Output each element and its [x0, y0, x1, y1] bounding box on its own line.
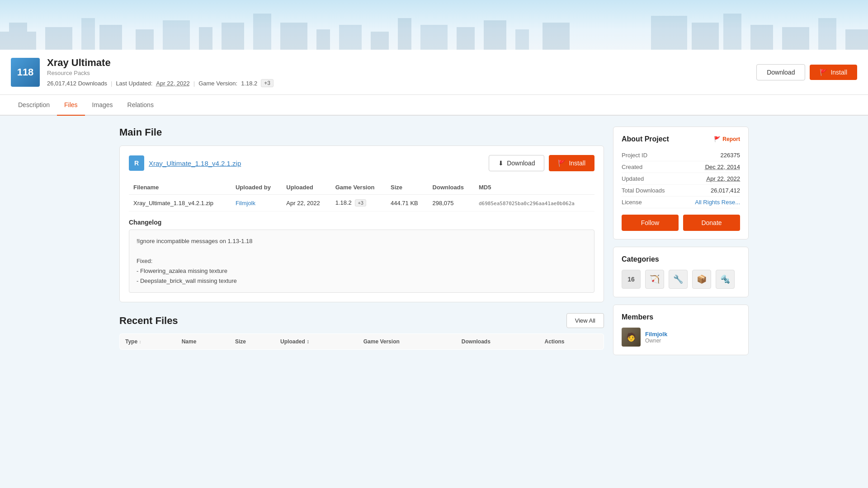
header-actions: Download 🚩 Install [756, 64, 857, 80]
license-link[interactable]: All Rights Rese... [695, 199, 740, 206]
recent-col-size: Size [230, 334, 275, 350]
report-link[interactable]: 🚩 Report [714, 136, 740, 142]
col-filename: Filename [129, 180, 231, 195]
svg-rect-16 [457, 27, 475, 50]
svg-rect-2 [45, 27, 72, 50]
categories-panel: Categories 16 🏹 🔧 📦 🔩 [613, 247, 749, 297]
svg-rect-11 [316, 29, 330, 50]
svg-rect-7 [199, 27, 212, 50]
member-role: Owner [645, 338, 667, 344]
svg-rect-5 [136, 29, 154, 50]
member-row: 🧑 Filmjolk Owner [622, 328, 740, 347]
svg-rect-24 [782, 27, 809, 50]
col-uploaded: Uploaded [282, 180, 330, 195]
tab-description[interactable]: Description [11, 95, 57, 116]
svg-rect-20 [651, 16, 687, 50]
tab-files[interactable]: Files [57, 95, 85, 116]
recent-col-uploaded: Uploaded ↕ [275, 334, 358, 350]
file-table-row: Xray_Ultimate_1.18_v4.2.1.zip Filmjolk A… [129, 195, 594, 211]
changelog-text: !Ignore incompatible messages on 1.13-1.… [137, 238, 253, 284]
svg-rect-10 [280, 23, 307, 50]
project-logo: 118 [11, 58, 40, 87]
recent-files-header: Recent Files View All [119, 313, 604, 328]
content-left: Main File R Xray_Ultimate_1.18_v4.2.1.zi… [119, 127, 604, 355]
recent-col-type: Type ↕ [120, 334, 176, 350]
flag-report-icon: 🚩 [714, 136, 721, 142]
category-item-utility[interactable]: 🔧 [669, 270, 688, 289]
game-version-label: Game Version: [198, 80, 237, 87]
header-install-button[interactable]: 🚩 Install [810, 65, 857, 80]
download-count: 26,017,412 Downloads [47, 80, 107, 87]
about-panel: About Project 🚩 Report Project ID 226375… [613, 127, 749, 239]
member-avatar: 🧑 [622, 328, 641, 347]
game-version-extra[interactable]: +3 [355, 199, 366, 206]
svg-rect-14 [398, 18, 411, 50]
svg-rect-18 [515, 29, 529, 50]
changelog-title: Changelog [129, 219, 594, 226]
member-info: Filmjolk Owner [645, 331, 667, 344]
tab-relations[interactable]: Relations [120, 95, 161, 116]
recent-col-game-version: Game Version [358, 334, 456, 350]
nav-tabs: Description Files Images Relations [0, 95, 868, 116]
recent-files-table: Type ↕ Name Size Uploaded ↕ Game Version [119, 333, 604, 350]
file-header-left: R Xray_Ultimate_1.18_v4.2.1.zip [129, 155, 241, 171]
svg-rect-12 [339, 25, 362, 50]
about-row-total-downloads: Total Downloads 26,017,412 [622, 185, 740, 197]
col-downloads: Downloads [428, 180, 474, 195]
svg-rect-23 [750, 25, 773, 50]
follow-button[interactable]: Follow [622, 215, 679, 231]
col-md5: MD5 [474, 180, 594, 195]
about-row-created: Created Dec 22, 2014 [622, 161, 740, 173]
about-row-license: License All Rights Rese... [622, 197, 740, 208]
svg-rect-22 [723, 14, 741, 50]
donate-button[interactable]: Donate [683, 215, 740, 231]
project-meta: 26,017,412 Downloads | Last Updated: Apr… [47, 79, 749, 87]
header-download-button[interactable]: Download [756, 64, 805, 80]
category-item-tools[interactable]: 🔩 [716, 270, 735, 289]
recent-col-name: Name [176, 334, 230, 350]
file-header-actions: ⬇ Download 🚩 Install [489, 155, 594, 171]
main-content: Main File R Xray_Ultimate_1.18_v4.2.1.zi… [108, 116, 760, 366]
tab-images[interactable]: Images [85, 95, 120, 116]
banner [0, 0, 868, 50]
file-install-button[interactable]: 🚩 Install [549, 155, 594, 171]
member-name[interactable]: Filmjolk [645, 331, 667, 338]
cell-uploaded-by: Filmjolk [231, 195, 282, 211]
svg-rect-3 [81, 18, 95, 50]
project-category: Resource Packs [47, 70, 749, 76]
uploader-link[interactable]: Filmjolk [236, 200, 255, 206]
install-flag-icon: 🚩 [820, 69, 827, 76]
about-row-projectid: Project ID 226375 [622, 150, 740, 161]
file-download-button[interactable]: ⬇ Download [489, 155, 544, 171]
cell-uploaded: Apr 22, 2022 [282, 195, 330, 211]
about-row-updated: Updated Apr 22, 2022 [622, 173, 740, 185]
file-icon-badge: R [129, 155, 144, 171]
file-details-table: Filename Uploaded by Uploaded Game Versi… [129, 180, 594, 211]
version-extra-badge[interactable]: +3 [261, 79, 274, 87]
category-item-items[interactable]: 📦 [692, 270, 711, 289]
last-updated-label: Last Updated: [116, 80, 152, 87]
sort-icon-type: ↕ [139, 339, 141, 344]
file-install-flag-icon: 🚩 [558, 160, 566, 167]
svg-rect-4 [99, 25, 122, 50]
download-arrow-icon: ⬇ [498, 160, 504, 167]
cell-filename: Xray_Ultimate_1.18_v4.2.1.zip [129, 195, 231, 211]
view-all-button[interactable]: View All [566, 313, 604, 328]
cell-size: 444.71 KB [386, 195, 428, 211]
recent-col-actions: Actions [539, 334, 604, 350]
category-item-16[interactable]: 16 [622, 270, 641, 289]
file-name-link[interactable]: Xray_Ultimate_1.18_v4.2.1.zip [149, 160, 241, 167]
categories-icons: 16 🏹 🔧 📦 🔩 [622, 270, 740, 289]
svg-rect-19 [542, 23, 570, 50]
col-uploaded-by: Uploaded by [231, 180, 282, 195]
project-header: 118 Xray Ultimate Resource Packs 26,017,… [0, 50, 868, 95]
about-title: About Project 🚩 Report [622, 135, 740, 143]
svg-rect-21 [692, 23, 719, 50]
game-version-value: 1.18.2 [241, 80, 257, 87]
svg-rect-9 [253, 14, 271, 50]
members-title: Members [622, 313, 740, 321]
category-item-adventure[interactable]: 🏹 [645, 270, 664, 289]
svg-rect-26 [845, 29, 868, 50]
main-file-title: Main File [119, 127, 604, 138]
svg-rect-15 [420, 25, 448, 50]
